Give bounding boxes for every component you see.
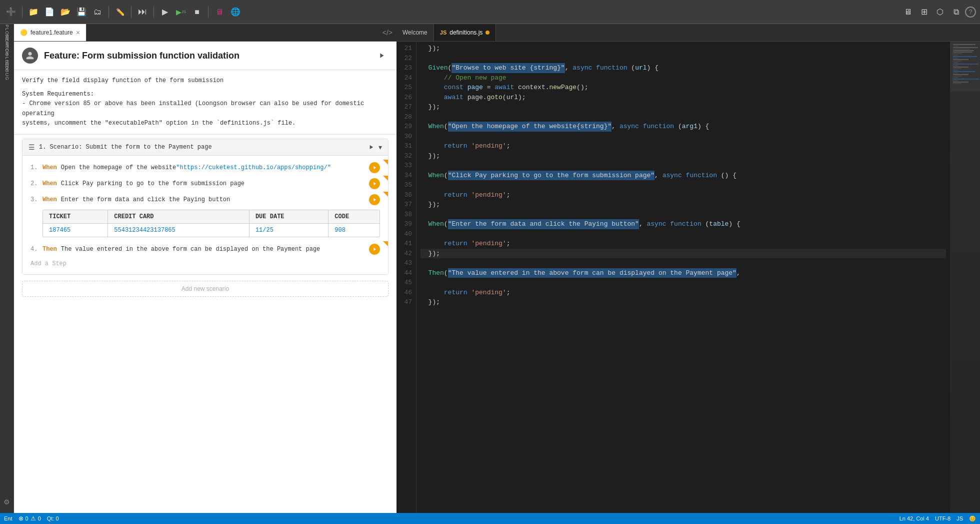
feature-description: Verify the field display function of the…	[14, 70, 396, 135]
save-button[interactable]: 💾	[74, 5, 88, 19]
ln-31: 31	[400, 141, 412, 151]
add-button[interactable]: ➕	[4, 5, 18, 19]
step-3-corner	[383, 192, 388, 197]
status-env[interactable]: Ent	[4, 515, 12, 521]
save-all-button[interactable]: 🗂	[90, 5, 104, 19]
table-cell-ticket: 187465	[43, 223, 108, 237]
minimap	[950, 42, 980, 513]
code-line-31: return 'pending';	[420, 141, 946, 151]
step-1-number: 1.	[30, 164, 38, 171]
status-right: Ln 42, Col 4 UTF-8 JS 😊	[900, 515, 976, 522]
error-icon: ⊗	[18, 515, 24, 522]
ln-39: 39	[400, 219, 412, 229]
code-line-28	[420, 112, 946, 122]
desc-line3: System Requirements:	[22, 90, 388, 99]
new-file-button[interactable]: 📄	[42, 5, 56, 19]
separator-2	[108, 6, 109, 18]
code-content: }); Given("Browse to web site {string}",…	[416, 42, 950, 513]
desc-spacer	[22, 86, 388, 90]
ln-41: 41	[400, 239, 412, 249]
ln-28: 28	[400, 112, 412, 122]
globe-button[interactable]: 🌐	[228, 5, 242, 19]
tab-close-icon[interactable]: ×	[76, 29, 80, 37]
file-icon: 🟡	[20, 29, 28, 36]
warning-count: 0	[38, 515, 41, 521]
step-1-run-button[interactable]	[369, 162, 380, 173]
help-button[interactable]: ?	[965, 7, 976, 18]
step-2-run-button[interactable]	[369, 178, 380, 189]
stop-button[interactable]: ■	[190, 5, 204, 19]
monitor-button[interactable]: 🖥	[212, 5, 226, 19]
step-2-wrapper: 2. When Click Pay parking to go to the f…	[22, 176, 388, 192]
smiley-icon[interactable]: 😊	[969, 515, 976, 522]
step-3-wrapper: 3. When Enter the form data and click th…	[22, 192, 388, 237]
step-2: 2. When Click Pay parking to go to the f…	[22, 176, 388, 192]
ln-24: 24	[400, 73, 412, 83]
feature-header: Feature: Form submission function valida…	[14, 42, 396, 70]
ln-21: 21	[400, 44, 412, 54]
split-button[interactable]: ⧉	[949, 5, 963, 19]
status-errors[interactable]: ⊗ 0 ⚠ 0	[18, 515, 41, 522]
env-label: Ent	[4, 515, 12, 521]
step-3-keyword: When	[42, 196, 57, 203]
code-line-37: });	[420, 200, 946, 210]
language-label: JS	[956, 515, 963, 522]
sidebar-item-debug[interactable]: Debug	[1, 65, 13, 77]
ln-34: 34	[400, 171, 412, 181]
cube-button[interactable]: ⬡	[933, 5, 947, 19]
step-1-link[interactable]: "https://cuketest.github.io/apps/shoppin…	[176, 164, 331, 171]
code-editor[interactable]: 21 22 23 24 25 26 27 28 29 30 31 32 33 3…	[396, 42, 980, 513]
layout-button[interactable]: ⊞	[917, 5, 931, 19]
js-icon: JS	[440, 30, 446, 36]
separator-1	[22, 6, 22, 18]
toolbar: ➕ 📁 📄 📂 💾 🗂 ✏️ ⏭ ▶ ▶JS ■ 🖥 🌐 🖥 ⊞ ⬡ ⧉ ?	[0, 0, 980, 24]
desc-line1: Verify the field display function of the…	[22, 76, 388, 86]
step-1: 1. When Open the homepage of the website…	[22, 160, 388, 176]
code-line-36: return 'pending';	[420, 190, 946, 200]
scenario-run-button[interactable]	[368, 144, 374, 151]
encoding-label: UTF-8	[935, 515, 950, 522]
line-numbers: 21 22 23 24 25 26 27 28 29 30 31 32 33 3…	[396, 42, 416, 513]
edit-button[interactable]: ✏️	[113, 5, 127, 19]
run-button[interactable]: ▶	[158, 5, 172, 19]
run-all-button[interactable]: ⏭	[136, 5, 150, 19]
desc-line5: systems, uncomment the "executablePath" …	[22, 119, 388, 128]
open-file-button[interactable]: 📂	[58, 5, 72, 19]
table-header-ticket: TICKET	[43, 210, 108, 224]
code-line-33	[420, 161, 946, 171]
feature-content: Feature: Form submission function valida…	[14, 42, 396, 513]
code-view-icon[interactable]: </>	[378, 29, 396, 37]
ln-29: 29	[400, 122, 412, 132]
settings-icon[interactable]: ⚙	[0, 495, 14, 509]
ln-45: 45	[400, 278, 412, 288]
tab-definitions[interactable]: JS definitions.js	[434, 24, 496, 41]
feature-panel: 🟡 feature1.feature × </> Feature: Form s…	[14, 24, 396, 513]
step-2-text: Click Pay parking to go to the form subm…	[61, 180, 365, 187]
step-3-run-button[interactable]	[369, 194, 380, 205]
code-panel: Welcome JS definitions.js 21 22 23 24 25…	[396, 24, 980, 513]
ln-43: 43	[400, 258, 412, 268]
step-4-corner	[383, 241, 388, 246]
folder-button[interactable]: 📁	[26, 5, 40, 19]
feature-run-button[interactable]	[374, 49, 388, 63]
ln-23: 23	[400, 63, 412, 73]
error-count: 0	[26, 515, 28, 521]
step-3: 3. When Enter the form data and click th…	[22, 192, 388, 208]
screen-button[interactable]: 🖥	[901, 5, 915, 19]
step-4: 4. Then The value entered in the above f…	[22, 241, 388, 257]
table-header-cc: CREDIT CARD	[108, 210, 250, 224]
step-4-run-button[interactable]	[369, 244, 380, 255]
feature-tab-bar: 🟡 feature1.feature × </>	[14, 24, 396, 42]
warning-icon: ⚠	[30, 515, 36, 522]
tab-welcome[interactable]: Welcome	[396, 24, 434, 41]
code-line-34: When("Click Pay parking to go to the for…	[420, 171, 946, 181]
code-line-38	[420, 210, 946, 220]
status-qt[interactable]: Qt: 0	[47, 515, 59, 521]
step-1-corner	[383, 160, 388, 165]
scenario-collapse-button[interactable]: ▾	[378, 143, 382, 151]
run-js-button[interactable]: ▶JS	[174, 5, 188, 19]
tab-feature1[interactable]: 🟡 feature1.feature ×	[14, 24, 86, 41]
add-step-button[interactable]: Add a Step	[22, 257, 388, 270]
ln-44: 44	[400, 268, 412, 278]
add-scenario-button[interactable]: Add new scenario	[22, 281, 388, 297]
